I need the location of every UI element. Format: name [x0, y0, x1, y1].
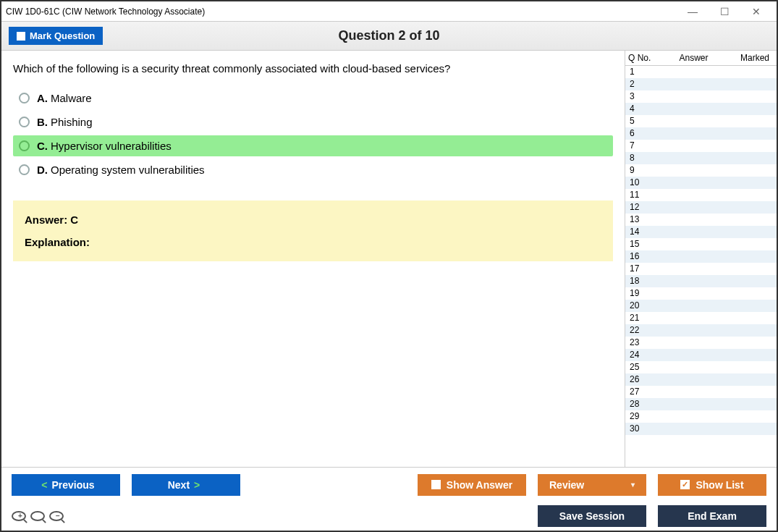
footer-secondary: + − Save Session End Exam: [1, 502, 777, 531]
save-session-label: Save Session: [559, 510, 625, 522]
chevron-left-icon: <: [41, 479, 47, 491]
mark-question-label: Mark Question: [30, 30, 95, 41]
next-label: Next: [168, 479, 190, 491]
question-list-row[interactable]: 10: [625, 177, 777, 189]
question-list-row[interactable]: 26: [625, 373, 777, 386]
header-answer: Answer: [657, 53, 730, 63]
radio-icon: [19, 117, 30, 127]
question-list-row[interactable]: 21: [625, 312, 777, 324]
choice-C[interactable]: C. Hypervisor vulnerabilities: [13, 135, 613, 156]
header-marked: Marked: [730, 53, 774, 63]
choice-D[interactable]: D. Operating system vulnerabilities: [13, 159, 613, 180]
question-list-row[interactable]: 28: [625, 398, 777, 410]
question-list-row[interactable]: 30: [625, 423, 777, 435]
choice-text: Hypervisor vulnerabilities: [51, 140, 172, 152]
question-list-row[interactable]: 27: [625, 386, 777, 398]
radio-icon: [19, 164, 30, 175]
radio-icon: [19, 140, 30, 151]
close-button[interactable]: ✕: [740, 6, 772, 17]
end-exam-label: End Exam: [688, 510, 737, 522]
mark-question-button[interactable]: Mark Question: [9, 27, 103, 45]
previous-button[interactable]: < Previous: [12, 474, 120, 496]
question-text: Which of the following is a security thr…: [13, 62, 613, 75]
zoom-in-button[interactable]: +: [12, 511, 26, 521]
window-title: CIW 1D0-61C (CIW Network Technology Asso…: [6, 7, 677, 17]
question-list-row[interactable]: 17: [625, 263, 777, 275]
question-list-row[interactable]: 18: [625, 275, 777, 287]
save-session-button[interactable]: Save Session: [538, 505, 646, 527]
zoom-reset-button[interactable]: [30, 511, 45, 521]
answer-label: Answer: C: [25, 214, 601, 226]
choice-letter: A.: [37, 92, 48, 104]
choice-text: Malware: [51, 92, 92, 104]
question-list[interactable]: 1234567891011121314151617181920212223242…: [625, 66, 777, 467]
previous-label: Previous: [52, 479, 95, 491]
question-list-row[interactable]: 19: [625, 287, 777, 300]
choice-B[interactable]: B. Phishing: [13, 111, 613, 132]
review-label: Review: [549, 479, 584, 491]
choice-text: Operating system vulnerabilities: [51, 164, 205, 176]
question-list-row[interactable]: 14: [625, 226, 777, 238]
checkbox-checked-icon: ✓: [680, 480, 690, 489]
maximize-button[interactable]: ☐: [709, 6, 740, 17]
show-list-label: Show List: [695, 479, 743, 491]
choice-letter: D.: [37, 164, 48, 176]
question-list-row[interactable]: 29: [625, 410, 777, 423]
question-list-row[interactable]: 2: [625, 78, 777, 90]
question-list-row[interactable]: 16: [625, 250, 777, 263]
question-list-row[interactable]: 5: [625, 115, 777, 127]
end-exam-button[interactable]: End Exam: [658, 505, 766, 527]
question-list-row[interactable]: 13: [625, 214, 777, 226]
checkbox-icon: [431, 480, 441, 489]
question-list-row[interactable]: 24: [625, 349, 777, 361]
show-answer-button[interactable]: Show Answer: [418, 474, 526, 496]
question-list-row[interactable]: 20: [625, 300, 777, 312]
radio-icon: [19, 93, 30, 104]
question-list-row[interactable]: 22: [625, 324, 777, 337]
zoom-controls: + −: [12, 511, 64, 521]
explanation-label: Explanation:: [25, 236, 601, 248]
show-list-button[interactable]: ✓ Show List: [658, 474, 766, 496]
question-list-row[interactable]: 8: [625, 152, 777, 164]
titlebar: CIW 1D0-61C (CIW Network Technology Asso…: [1, 1, 777, 22]
choice-A[interactable]: A. Malware: [13, 88, 613, 109]
question-list-row[interactable]: 15: [625, 238, 777, 250]
minimize-button[interactable]: —: [677, 6, 709, 17]
question-list-row[interactable]: 9: [625, 164, 777, 177]
question-list-row[interactable]: 6: [625, 127, 777, 140]
choices-list: A. MalwareB. PhishingC. Hypervisor vulne…: [13, 88, 613, 180]
answer-box: Answer: C Explanation:: [13, 200, 613, 261]
next-button[interactable]: Next >: [132, 474, 240, 496]
checkbox-icon: [17, 32, 25, 41]
question-panel: Which of the following is a security thr…: [1, 51, 625, 467]
chevron-down-icon: ▾: [631, 481, 635, 489]
question-list-row[interactable]: 12: [625, 201, 777, 214]
question-list-row[interactable]: 25: [625, 361, 777, 373]
question-list-header: Q No. Answer Marked: [625, 51, 777, 66]
choice-letter: C.: [37, 140, 48, 152]
show-answer-label: Show Answer: [447, 479, 512, 491]
question-list-panel: Q No. Answer Marked 12345678910111213141…: [625, 51, 777, 467]
footer-primary: < Previous Next > Show Answer Review ▾ ✓…: [1, 467, 777, 502]
question-list-row[interactable]: 11: [625, 189, 777, 201]
question-list-row[interactable]: 1: [625, 66, 777, 78]
header-bar: Mark Question Question 2 of 10: [1, 22, 777, 51]
header-qno: Q No.: [628, 53, 657, 63]
choice-text: Phishing: [51, 116, 93, 128]
choice-letter: B.: [37, 116, 48, 128]
review-dropdown[interactable]: Review ▾: [538, 474, 646, 496]
chevron-right-icon: >: [194, 479, 200, 491]
main-area: Which of the following is a security thr…: [1, 51, 777, 467]
question-list-row[interactable]: 7: [625, 140, 777, 152]
question-header: Question 2 of 10: [1, 28, 777, 43]
question-list-row[interactable]: 3: [625, 90, 777, 103]
question-list-row[interactable]: 4: [625, 103, 777, 115]
question-list-row[interactable]: 23: [625, 337, 777, 349]
zoom-out-button[interactable]: −: [49, 511, 64, 521]
